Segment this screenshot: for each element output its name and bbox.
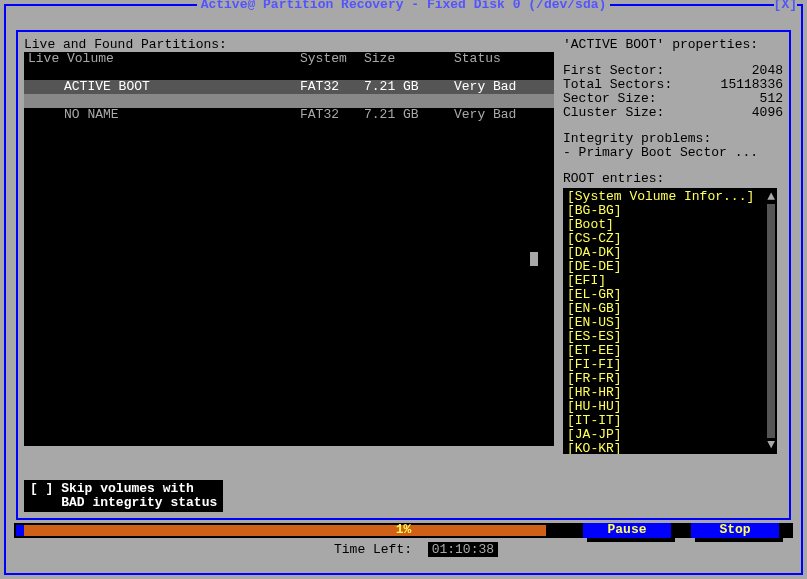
skip-line2: BAD integrity status — [61, 495, 217, 510]
close-button[interactable]: [X] — [774, 0, 797, 12]
root-entry[interactable]: [CS-CZ] — [567, 232, 773, 246]
col-system: System — [300, 52, 364, 66]
root-entry[interactable]: [HR-HR] — [567, 386, 773, 400]
root-entries-label: ROOT entries: — [563, 172, 783, 186]
cell-volume: NO NAME — [24, 108, 300, 122]
root-entry[interactable]: [EFI] — [567, 274, 773, 288]
root-entry[interactable]: [JA-JP] — [567, 428, 773, 442]
progress-percent: 1% — [14, 523, 793, 537]
col-size: Size — [364, 52, 454, 66]
root-entry[interactable]: [ET-EE] — [567, 344, 773, 358]
prop-value: 512 — [760, 92, 783, 106]
prop-value: 2048 — [752, 64, 783, 78]
integrity-label: Integrity problems: — [563, 132, 783, 146]
scroll-up-icon[interactable]: ▲ — [767, 190, 775, 204]
cell-volume: ACTIVE BOOT — [24, 80, 300, 94]
root-entry[interactable]: [BG-BG] — [567, 204, 773, 218]
prop-sector-size: Sector Size: 512 — [563, 92, 783, 106]
root-entry[interactable]: [DA-DK] — [567, 246, 773, 260]
cell-system: FAT32 — [300, 108, 364, 122]
prop-label: Sector Size: — [563, 92, 657, 106]
scrollbar[interactable] — [767, 204, 775, 438]
cell-status: Very Bad — [454, 80, 544, 94]
table-row[interactable]: ACTIVE BOOT FAT32 7.21 GB Very Bad — [24, 80, 554, 94]
prop-cluster-size: Cluster Size: 4096 — [563, 106, 783, 120]
root-entry[interactable]: [KO-KR] — [567, 442, 773, 454]
integrity-detail: - Primary Boot Sector ... — [563, 146, 783, 160]
cell-size: 7.21 GB — [364, 108, 454, 122]
root-entry[interactable]: [DE-DE] — [567, 260, 773, 274]
prop-label: Total Sectors: — [563, 78, 672, 92]
cell-size: 7.21 GB — [364, 80, 454, 94]
root-entry[interactable]: [FR-FR] — [567, 372, 773, 386]
table-row — [24, 66, 554, 80]
time-left-value: 01:10:38 — [428, 542, 498, 557]
root-entry[interactable]: [Boot] — [567, 218, 773, 232]
time-left-label: Time Left: — [334, 542, 412, 557]
prop-value: 15118336 — [721, 78, 783, 92]
scroll-down-icon[interactable]: ▼ — [767, 438, 775, 452]
cell-status: Very Bad — [454, 108, 544, 122]
table-row — [24, 94, 554, 108]
root-entries-list[interactable]: ▲ ▼ [System Volume Infor...] [BG-BG] [Bo… — [563, 188, 777, 454]
table-row[interactable]: NO NAME FAT32 7.21 GB Very Bad — [24, 108, 554, 122]
prop-total-sectors: Total Sectors: 15118336 — [563, 78, 783, 92]
progress-bar: 1% Pause Stop — [14, 523, 793, 538]
root-entry[interactable]: [FI-FI] — [567, 358, 773, 372]
root-entry[interactable]: [EL-GR] — [567, 288, 773, 302]
root-entry[interactable]: [IT-IT] — [567, 414, 773, 428]
table-header: Live Volume System Size Status — [24, 52, 554, 66]
stop-button[interactable]: Stop — [691, 523, 779, 538]
cell-system: FAT32 — [300, 80, 364, 94]
checkbox-indicator[interactable]: [ ] — [30, 481, 53, 496]
skip-line1: Skip volumes with — [61, 481, 194, 496]
properties-title: 'ACTIVE BOOT' properties: — [563, 38, 783, 52]
partitions-list[interactable]: ACTIVE BOOT FAT32 7.21 GB Very Bad NO NA… — [24, 66, 554, 446]
pause-button[interactable]: Pause — [583, 523, 671, 538]
root-entry[interactable]: [EN-US] — [567, 316, 773, 330]
prop-label: Cluster Size: — [563, 106, 664, 120]
root-entry[interactable]: [System Volume Infor...] — [567, 190, 773, 204]
root-entry[interactable]: [HU-HU] — [567, 400, 773, 414]
col-volume: Live Volume — [24, 52, 300, 66]
window-title: Active@ Partition Recovery - Fixed Disk … — [197, 0, 611, 12]
col-status: Status — [454, 52, 544, 66]
skip-bad-checkbox[interactable]: [ ] Skip volumes with BAD integrity stat… — [24, 480, 223, 512]
root-entry[interactable]: [EN-GB] — [567, 302, 773, 316]
prop-label: First Sector: — [563, 64, 664, 78]
root-entry[interactable]: [ES-ES] — [567, 330, 773, 344]
partitions-table: Live Volume System Size Status ACTIVE BO… — [24, 52, 554, 446]
partitions-heading: Live and Found Partitions: — [24, 38, 554, 52]
text-cursor — [530, 252, 538, 266]
prop-first-sector: First Sector: 2048 — [563, 64, 783, 78]
prop-value: 4096 — [752, 106, 783, 120]
